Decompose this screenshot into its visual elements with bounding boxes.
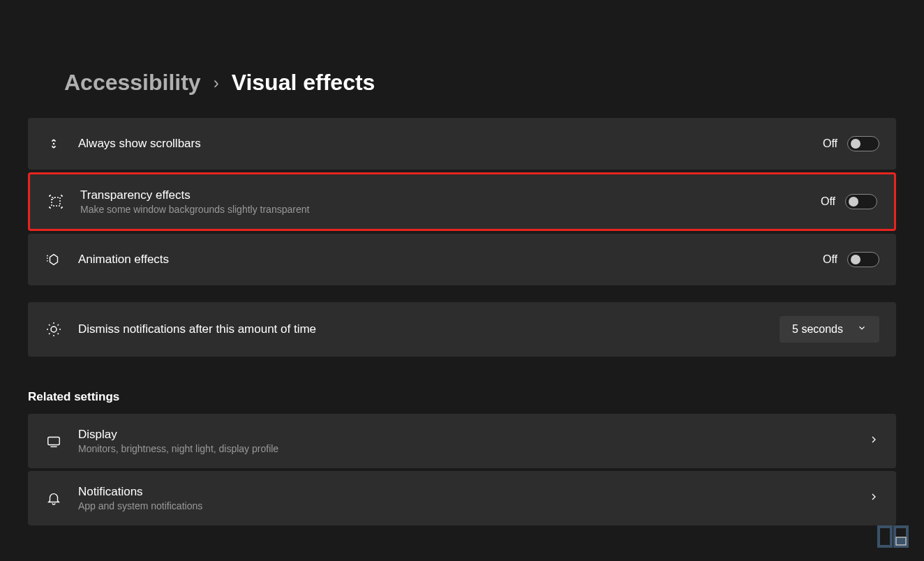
chevron-right-icon	[868, 434, 879, 449]
related-display-description: Monitors, brightness, night light, displ…	[78, 443, 868, 454]
related-notifications[interactable]: Notifications App and system notificatio…	[28, 471, 896, 525]
setting-scrollbars: Always show scrollbars Off	[28, 118, 896, 170]
svg-point-0	[53, 143, 55, 145]
setting-notification-timeout-title: Dismiss notifications after this amount …	[78, 322, 780, 336]
notification-timeout-dropdown[interactable]: 5 seconds	[780, 316, 879, 343]
transparency-icon	[47, 193, 65, 211]
notification-timeout-value: 5 seconds	[792, 323, 843, 336]
bell-icon	[45, 489, 63, 507]
brightness-icon	[45, 320, 63, 338]
setting-transparency-toggle[interactable]	[845, 194, 877, 209]
related-notifications-description: App and system notifications	[78, 500, 868, 511]
setting-scrollbars-toggle[interactable]	[847, 136, 879, 151]
breadcrumb-parent[interactable]: Accessibility	[64, 70, 201, 96]
setting-notification-timeout: Dismiss notifications after this amount …	[28, 302, 896, 357]
related-display[interactable]: Display Monitors, brightness, night ligh…	[28, 414, 896, 468]
setting-animation-state: Off	[823, 253, 837, 266]
watermark-logo	[875, 523, 917, 554]
setting-transparency-state: Off	[821, 195, 835, 208]
chevron-down-icon	[857, 323, 867, 336]
svg-rect-6	[896, 537, 906, 545]
animation-icon	[45, 250, 63, 269]
setting-scrollbars-title: Always show scrollbars	[78, 137, 823, 151]
related-display-title: Display	[78, 428, 868, 442]
svg-point-2	[51, 327, 57, 332]
chevron-right-icon: ›	[214, 73, 219, 93]
setting-animation: Animation effects Off	[28, 234, 896, 285]
setting-transparency-title: Transparency effects	[80, 188, 821, 202]
setting-animation-title: Animation effects	[78, 253, 823, 267]
related-notifications-title: Notifications	[78, 485, 868, 499]
setting-transparency: Transparency effects Make some window ba…	[28, 172, 896, 231]
related-settings-heading: Related settings	[28, 390, 896, 404]
setting-animation-toggle[interactable]	[847, 252, 879, 267]
svg-rect-3	[48, 437, 60, 445]
setting-scrollbars-state: Off	[823, 137, 837, 150]
setting-transparency-description: Make some window backgrounds slightly tr…	[80, 204, 821, 215]
breadcrumb: Accessibility › Visual effects	[64, 70, 896, 96]
chevron-right-icon	[868, 491, 879, 506]
page-title: Visual effects	[232, 70, 375, 96]
svg-rect-4	[879, 527, 891, 546]
scrollbars-icon	[45, 135, 63, 153]
display-icon	[45, 432, 63, 450]
